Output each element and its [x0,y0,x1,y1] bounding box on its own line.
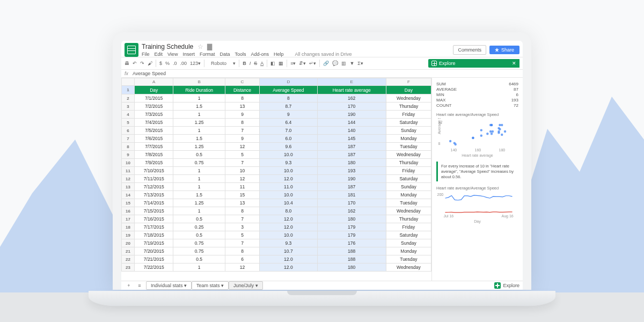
cell[interactable]: 7/6/2015 [135,135,173,143]
row-header[interactable]: 4 [122,111,135,119]
cell[interactable]: 190 [317,111,386,119]
row-header[interactable]: 13 [122,183,135,191]
cell[interactable]: 7/17/2015 [135,223,173,231]
sheets-logo-icon[interactable] [125,43,138,57]
cell[interactable]: 176 [317,239,386,247]
line-chart[interactable]: 200 Jul 16 Aug 16 [436,192,518,218]
row-header[interactable]: 1 [122,86,135,94]
cell[interactable]: 1 [173,175,225,183]
menu-insert[interactable]: Insert [182,52,195,57]
cell[interactable]: 8.7 [260,103,317,111]
cell[interactable]: 8 [225,94,259,103]
cell[interactable]: Wednesday [386,264,431,272]
row-header[interactable]: 18 [122,223,135,231]
cell[interactable]: Thursday [386,103,431,111]
cell[interactable]: 8 [225,119,259,127]
cell[interactable]: 7/18/2015 [135,231,173,239]
cell[interactable]: Sunday [386,239,431,247]
row-header[interactable]: 20 [122,239,135,247]
cell[interactable]: 6.0 [260,135,317,143]
cell[interactable]: 7/16/2015 [135,215,173,223]
cell[interactable]: 12 [225,175,259,183]
cell[interactable]: 9.6 [260,143,317,151]
cell[interactable]: 0.5 [173,255,225,264]
cell[interactable]: Monday [386,247,431,255]
functions-icon[interactable]: Σ▾ [357,61,363,66]
cell[interactable]: 7/9/2015 [135,159,173,167]
cell[interactable]: 1.25 [173,143,225,151]
cell[interactable]: 10.4 [260,199,317,207]
cell[interactable]: 12.0 [260,264,317,272]
cell[interactable]: 7/7/2015 [135,143,173,151]
cell[interactable]: 7/8/2015 [135,151,173,159]
cell[interactable]: 9.3 [260,239,317,247]
row-header[interactable]: 19 [122,231,135,239]
cell[interactable]: 12 [225,143,259,151]
cell[interactable]: 7/20/2015 [135,247,173,255]
cell[interactable]: 7/21/2015 [135,255,173,264]
cell[interactable]: 6.4 [260,119,317,127]
explore-header[interactable]: Explore ✕ [428,59,519,68]
row-header[interactable]: 8 [122,143,135,151]
cell[interactable]: 9 [260,111,317,119]
doc-title[interactable]: Training Schedule [142,43,193,50]
cell[interactable]: 0.5 [173,215,225,223]
cell[interactable]: Monday [386,135,431,143]
cell[interactable]: 179 [317,231,386,239]
bold-icon[interactable]: B [243,61,246,66]
cell[interactable]: 145 [317,135,386,143]
cell[interactable]: 5 [225,231,259,239]
cell[interactable]: 9 [225,111,259,119]
cell[interactable]: 7/3/2015 [135,111,173,119]
borders-icon[interactable]: ▦ [279,61,283,66]
cell[interactable]: Wednesday [386,207,431,215]
cell[interactable]: 11.0 [260,183,317,191]
cell[interactable]: 7/11/2015 [135,175,173,183]
row-header[interactable]: 7 [122,135,135,143]
cell[interactable]: Friday [386,167,431,175]
cell[interactable]: 1 [173,127,225,135]
cell[interactable]: 12.0 [260,255,317,264]
star-icon[interactable]: ☆ [197,43,203,50]
table-header-cell[interactable]: Ride Duration [173,86,225,94]
row-header[interactable]: 11 [122,167,135,175]
row-header[interactable]: 22 [122,255,135,264]
row-header[interactable]: 12 [122,175,135,183]
comments-button[interactable]: Comments [453,45,486,55]
cell[interactable]: 162 [317,207,386,215]
cell[interactable]: Saturday [386,119,431,127]
cell[interactable]: 12.0 [260,175,317,183]
cell[interactable]: 10.0 [260,231,317,239]
all-sheets-button[interactable]: ≡ [135,283,144,288]
cell[interactable]: 1.5 [173,103,225,111]
cell[interactable]: Thursday [386,215,431,223]
cell[interactable]: 12 [225,264,259,272]
cell[interactable]: 7 [225,215,259,223]
cell[interactable]: 15 [225,191,259,199]
cell[interactable]: 144 [317,119,386,127]
menu-file[interactable]: File [142,52,150,57]
menu-edit[interactable]: Edit [155,52,163,57]
cell[interactable]: Tuesday [386,199,431,207]
cell[interactable]: 10.7 [260,247,317,255]
cell[interactable]: 7/12/2015 [135,183,173,191]
cell[interactable]: 188 [317,255,386,264]
comment-icon[interactable]: 💬 [332,61,338,66]
cell[interactable]: Wednesday [386,94,431,103]
table-header-cell[interactable]: Day [135,86,173,94]
cell[interactable]: 180 [317,264,386,272]
cell[interactable]: 187 [317,151,386,159]
cell[interactable]: 140 [317,127,386,135]
cell[interactable]: 3 [225,223,259,231]
cell[interactable]: 7/19/2015 [135,239,173,247]
cell[interactable]: 1 [173,94,225,103]
cell[interactable]: 1 [173,264,225,272]
cell[interactable]: 5 [225,151,259,159]
scatter-chart[interactable]: 12 8 140 160 180 Average Speed [436,118,518,152]
cell[interactable]: 8 [225,247,259,255]
cell[interactable]: 7/15/2015 [135,207,173,215]
cell[interactable]: Sunday [386,127,431,135]
cell[interactable]: 162 [317,94,386,103]
cell[interactable]: 7.0 [260,127,317,135]
redo-icon[interactable]: ↷ [140,61,144,66]
